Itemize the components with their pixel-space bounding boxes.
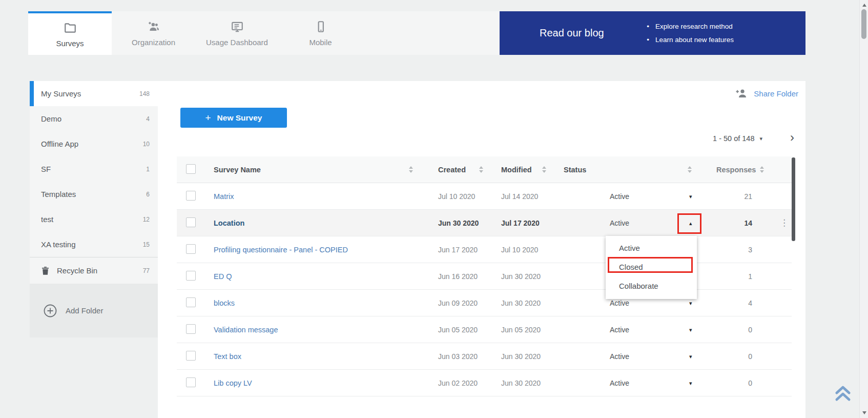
responses-count: 0 bbox=[698, 326, 759, 334]
column-label: Status bbox=[564, 166, 586, 174]
tab-label: Surveys bbox=[56, 39, 84, 48]
tab-usage-dashboard[interactable]: Usage Dashboard bbox=[195, 11, 279, 55]
scroll-to-top-button[interactable] bbox=[831, 382, 855, 404]
table-row[interactable]: Lib copy LV Jun 02 2020 Jun 30 2020 Acti… bbox=[177, 370, 792, 396]
created-date: Jul 10 2020 bbox=[425, 192, 489, 201]
responses-count: 14 bbox=[698, 219, 759, 227]
responses-count: 3 bbox=[698, 246, 759, 254]
next-page-button[interactable]: › bbox=[790, 131, 794, 144]
sort-icon[interactable] bbox=[479, 166, 483, 173]
survey-name-link[interactable]: Validation message bbox=[214, 326, 278, 334]
modified-date: Jun 30 2020 bbox=[489, 379, 552, 387]
sort-icon[interactable] bbox=[688, 166, 692, 173]
table-header-row: Survey Name Created Modified Status Resp… bbox=[177, 156, 792, 183]
banner-bullet: Learn about new features bbox=[647, 33, 734, 47]
status-value[interactable]: Active bbox=[610, 192, 629, 201]
survey-name-link[interactable]: Location bbox=[214, 219, 244, 227]
responses-count: 21 bbox=[698, 192, 759, 201]
survey-name-link[interactable]: blocks bbox=[214, 299, 235, 307]
tab-surveys[interactable]: Surveys bbox=[28, 11, 112, 55]
share-folder-button[interactable]: Share Folder bbox=[735, 88, 798, 99]
tab-mobile[interactable]: Mobile bbox=[279, 11, 362, 55]
status-value[interactable]: Active bbox=[610, 352, 629, 361]
row-checkbox[interactable] bbox=[186, 351, 196, 361]
scrollbar-thumb[interactable] bbox=[861, 9, 866, 39]
status-caret-icon[interactable]: ▾ bbox=[689, 353, 692, 360]
folder-count: 148 bbox=[139, 90, 150, 97]
top-navigation: Surveys Organization Usage Dashboard Mob… bbox=[28, 11, 805, 55]
created-date: Jun 09 2020 bbox=[425, 299, 489, 307]
survey-name-link[interactable]: Matrix bbox=[214, 192, 234, 201]
tab-label: Organization bbox=[132, 38, 175, 47]
table-row[interactable]: Matrix Jul 10 2020 Jul 14 2020 Active▾ 2… bbox=[177, 183, 792, 210]
scrollbar-down-arrow[interactable] bbox=[860, 409, 868, 416]
status-value[interactable]: Active bbox=[610, 299, 629, 307]
sidebar-item-my-surveys[interactable]: My Surveys 148 bbox=[30, 81, 158, 106]
table-row[interactable]: Validation message Jun 05 2020 Jun 05 20… bbox=[177, 316, 792, 343]
modified-date: Jun 05 2020 bbox=[489, 326, 552, 334]
sidebar-item-offline-app[interactable]: Offline App 10 bbox=[30, 131, 158, 156]
folder-count: 4 bbox=[146, 115, 150, 123]
status-caret-icon[interactable]: ▾ bbox=[689, 193, 692, 200]
scrollbar-up-arrow[interactable] bbox=[860, 2, 868, 9]
plus-icon: + bbox=[205, 112, 211, 124]
row-checkbox[interactable] bbox=[186, 191, 196, 201]
folder-label: Recycle Bin bbox=[57, 266, 97, 275]
status-caret-icon[interactable]: ▾ bbox=[689, 326, 692, 333]
column-header-modified[interactable]: Modified bbox=[489, 166, 552, 174]
status-value[interactable]: Active bbox=[610, 379, 629, 387]
status-caret-icon[interactable]: ▾ bbox=[689, 300, 692, 306]
status-caret-icon[interactable]: ▾ bbox=[689, 380, 692, 386]
column-header-status[interactable]: Status bbox=[552, 166, 698, 174]
kebab-menu-icon[interactable]: ⋮ bbox=[780, 218, 789, 228]
modified-date: Jun 30 2020 bbox=[489, 299, 552, 307]
table-row[interactable]: Profiling questionnaire - Panel - COPIED… bbox=[177, 236, 792, 263]
table-row[interactable]: Text box Jun 03 2020 Jun 30 2020 Active▾… bbox=[177, 343, 792, 370]
survey-name-link[interactable]: Lib copy LV bbox=[214, 379, 252, 387]
add-folder-button[interactable]: Add Folder bbox=[30, 304, 103, 318]
caret-down-icon: ▾ bbox=[759, 135, 762, 142]
row-checkbox[interactable] bbox=[186, 297, 196, 307]
sidebar-item-xa-testing[interactable]: XA testing 15 bbox=[30, 232, 158, 257]
responses-count: 1 bbox=[698, 272, 759, 281]
row-checkbox[interactable] bbox=[186, 217, 196, 227]
folder-label: Demo bbox=[41, 114, 61, 123]
dropdown-option-active[interactable]: Active bbox=[606, 238, 697, 257]
sidebar-item-test[interactable]: test 12 bbox=[30, 207, 158, 232]
status-value[interactable]: Active bbox=[610, 326, 629, 334]
sidebar-item-sf[interactable]: SF 1 bbox=[30, 156, 158, 182]
tab-organization[interactable]: Organization bbox=[112, 11, 195, 55]
table-scrollbar-thumb[interactable] bbox=[792, 157, 795, 241]
pagination-control[interactable]: 1 - 50 of 148 ▾ bbox=[713, 134, 762, 143]
row-checkbox[interactable] bbox=[186, 244, 196, 254]
column-header-survey-name[interactable]: Survey Name bbox=[208, 166, 425, 174]
created-date: Jun 17 2020 bbox=[425, 246, 489, 254]
sidebar-item-recycle-bin[interactable]: Recycle Bin 77 bbox=[30, 257, 158, 284]
survey-name-link[interactable]: Text box bbox=[214, 352, 241, 361]
column-header-responses[interactable]: Responses bbox=[698, 166, 759, 174]
created-date: Jun 30 2020 bbox=[425, 219, 489, 227]
select-all-checkbox[interactable] bbox=[186, 164, 196, 174]
browser-scrollbar[interactable] bbox=[859, 0, 868, 418]
row-checkbox[interactable] bbox=[186, 271, 196, 281]
column-header-created[interactable]: Created bbox=[425, 166, 489, 174]
survey-name-link[interactable]: ED Q bbox=[214, 272, 232, 281]
row-checkbox[interactable] bbox=[186, 324, 196, 334]
add-folder-section: Add Folder bbox=[30, 284, 158, 337]
table-row[interactable]: ED Q Jun 16 2020 Jun 30 2020 1 bbox=[177, 263, 792, 290]
sort-icon[interactable] bbox=[760, 166, 764, 173]
folder-count: 10 bbox=[143, 141, 150, 148]
sort-icon[interactable] bbox=[542, 166, 546, 173]
folder-label: SF bbox=[41, 165, 51, 173]
sidebar-item-templates[interactable]: Templates 6 bbox=[30, 182, 158, 207]
status-value[interactable]: Active bbox=[610, 219, 629, 227]
row-checkbox[interactable] bbox=[186, 377, 196, 387]
table-row[interactable]: blocks Jun 09 2020 Jun 30 2020 Active▾ 4 bbox=[177, 290, 792, 316]
folder-label: Templates bbox=[41, 190, 76, 198]
new-survey-button[interactable]: + New Survey bbox=[180, 108, 287, 128]
sort-icon[interactable] bbox=[409, 166, 413, 173]
blog-banner[interactable]: Read our blog Explore research method Le… bbox=[500, 11, 805, 55]
dropdown-option-collaborate[interactable]: Collaborate bbox=[606, 276, 697, 295]
sidebar-item-demo[interactable]: Demo 4 bbox=[30, 106, 158, 131]
survey-name-link[interactable]: Profiling questionnaire - Panel - COPIED bbox=[214, 246, 348, 254]
